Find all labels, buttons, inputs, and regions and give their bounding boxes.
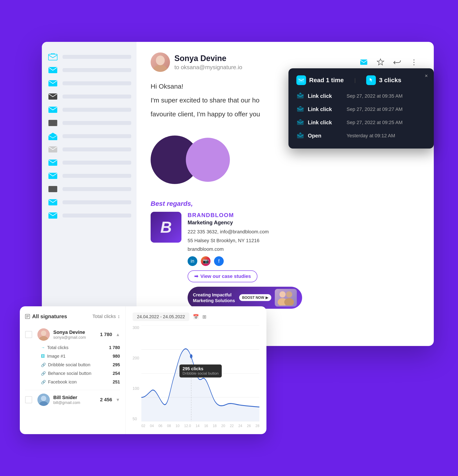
star-icon[interactable] (375, 56, 386, 68)
svg-rect-25 (297, 134, 303, 138)
mail-dark-icon (47, 119, 58, 127)
facebook-icon[interactable]: f (214, 256, 224, 266)
mail-teal-icon (47, 66, 58, 75)
detail-value: 254 (113, 371, 120, 376)
sig-contact: 222 335 3632, info@brandbloom.com 55 Hal… (188, 227, 302, 254)
clicks-stat-text: 3 clicks (379, 77, 401, 84)
svg-point-13 (153, 65, 167, 72)
detail-label: Dribbble social button (48, 362, 90, 367)
expand-icon[interactable]: ▲ (116, 332, 120, 337)
sig-logo-letter: B (160, 218, 172, 236)
cta-icon: ➡ (194, 273, 198, 279)
sidebar-item[interactable] (47, 158, 131, 167)
sidebar-line (63, 174, 131, 178)
svg-rect-5 (49, 120, 57, 126)
grid-icon[interactable]: ⊞ (202, 314, 206, 320)
bill-checkbox[interactable] (25, 396, 32, 403)
mail-open-icon (47, 52, 58, 61)
sidebar-item[interactable] (47, 79, 131, 88)
sidebar-item[interactable] (47, 105, 131, 114)
date-range[interactable]: 24.04.2022 - 24.05.2022 (133, 313, 189, 321)
detail-left: 🔗 Facebook icon (41, 380, 77, 384)
open-icon (296, 132, 304, 140)
chart-area: 300 200 100 50 (133, 325, 259, 428)
sidebar-item[interactable] (47, 52, 131, 61)
clicks-stat-icon (366, 75, 376, 85)
sig-person-bill: Bill Snider bill@gmail.com 2 456 ▼ (25, 390, 120, 412)
sidebar-line (63, 55, 131, 59)
read-stat: Read 1 time (296, 75, 344, 85)
y-axis-labels: 300 200 100 50 (133, 325, 141, 421)
bill-expand-icon[interactable]: ▼ (116, 397, 120, 402)
sig-list-sort[interactable]: Total clicks ↕ (92, 314, 120, 319)
sig-social: in 📷 f (188, 256, 302, 266)
x-label: 18 (213, 424, 217, 428)
svg-point-17 (279, 291, 286, 298)
sidebar-line (63, 68, 131, 72)
detail-label: Image #1 (47, 354, 65, 359)
x-label: 02 (141, 424, 145, 428)
y-label-200: 200 (133, 356, 141, 361)
event-type-3: Link click (308, 119, 343, 126)
sidebar-line (63, 213, 131, 218)
reply-icon[interactable] (391, 56, 403, 68)
banner-image (275, 289, 297, 306)
popup-close-button[interactable]: × (422, 72, 430, 80)
sidebar-item[interactable] (47, 185, 131, 194)
chart-svg (141, 325, 259, 421)
svg-point-28 (41, 331, 46, 336)
instagram-icon[interactable]: 📷 (201, 256, 210, 266)
x-label: 12.0 (184, 424, 191, 428)
scene: Sonya Devine to oksana@mysignature.io (20, 29, 438, 447)
event-type-1: Link click (308, 93, 343, 99)
popup-event: Open Yesterday at 09:12 AM (296, 130, 426, 142)
sidebar-line (63, 81, 131, 85)
email-actions: ⋮ (358, 56, 420, 68)
sidebar-item[interactable] (47, 171, 131, 180)
boost-icon: ▶ (266, 296, 268, 300)
boost-label: BOOST NOW (242, 296, 264, 300)
popup-event: Link click Sep 27, 2022 at 09:35 AM (296, 90, 426, 102)
sidebar-item[interactable] (47, 145, 131, 154)
detail-left: → Total clicks (41, 345, 68, 350)
x-label: 04 (150, 424, 154, 428)
cta-button[interactable]: ➡ View our case studies (188, 270, 258, 282)
mail-dark-icon (47, 185, 58, 194)
sidebar-item[interactable] (47, 132, 131, 141)
person-checkbox[interactable] (25, 331, 32, 338)
more-icon[interactable]: ⋮ (408, 56, 420, 68)
sig-banner-boost[interactable]: BOOST NOW ▶ (239, 294, 271, 301)
sidebar-line (63, 161, 131, 165)
popup-event: Link click Sep 27, 2022 at 09:27 AM (296, 103, 426, 115)
sidebar-item[interactable] (47, 119, 131, 127)
tracking-icon[interactable] (358, 56, 369, 68)
sidebar-item[interactable] (47, 92, 131, 101)
sig-email: info@brandbloom.com (220, 229, 269, 234)
svg-rect-24 (297, 121, 303, 125)
sidebar-item[interactable] (47, 211, 131, 220)
detail-row-image: 🖼 Image #1 980 (41, 352, 120, 361)
svg-point-18 (286, 291, 292, 298)
link-click-icon (296, 92, 304, 100)
sonya-email: sonya@gmail.com (53, 335, 96, 340)
mail-dark-icon (47, 92, 58, 101)
sidebar (42, 42, 136, 346)
sig-person-bill-header: Bill Snider bill@gmail.com 2 456 ▼ (25, 394, 120, 406)
linkedin-icon[interactable]: in (188, 256, 197, 266)
sig-banner[interactable]: Creating Impactful Marketing Solutions B… (188, 287, 302, 309)
x-axis-labels: 02 04 06 08 10 12.0 14 16 18 20 22 24 26… (141, 424, 259, 428)
detail-row-behance: 🔗 Behance social button 254 (41, 369, 120, 378)
bill-avatar (37, 394, 50, 406)
bill-email: bill@gmail.com (53, 400, 96, 405)
sidebar-item[interactable] (47, 198, 131, 207)
x-label: 08 (167, 424, 171, 428)
sig-address: 55 Halsey St Brooklyn, NY 11216 (188, 238, 259, 243)
sidebar-line (63, 94, 131, 99)
calendar-icon[interactable]: 📅 (193, 314, 199, 320)
sidebar-item[interactable] (47, 66, 131, 75)
detail-row-total: → Total clicks 1 780 (41, 343, 120, 352)
x-label: 20 (221, 424, 225, 428)
sidebar-line (63, 108, 131, 112)
sig-brand: BRANDBLOOM (188, 212, 302, 219)
list-icon (25, 314, 30, 319)
